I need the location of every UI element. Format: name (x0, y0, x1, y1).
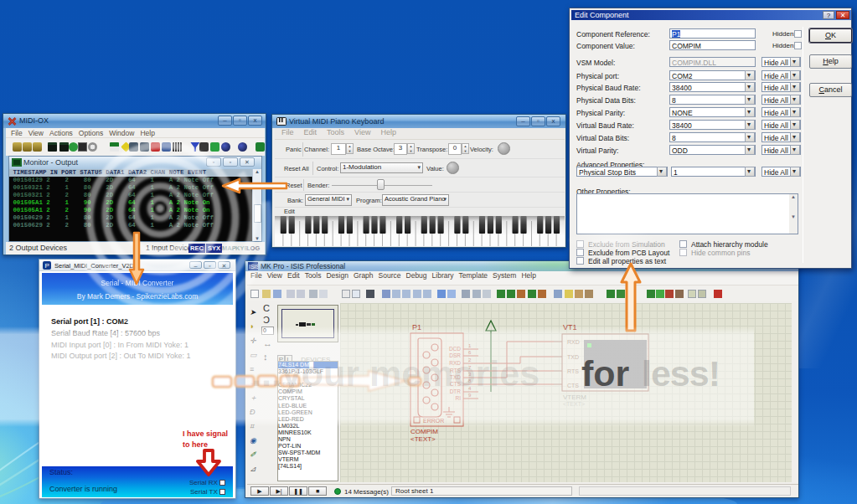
svg-text:CTS: CTS (567, 383, 579, 388)
svg-text:COMPIM: COMPIM (410, 428, 438, 435)
svg-text:TXD: TXD (567, 354, 579, 360)
svg-text:8: 8 (468, 378, 472, 383)
svg-text:2: 2 (468, 357, 472, 363)
svg-text:DCD: DCD (449, 346, 461, 352)
svg-text:3: 3 (468, 372, 472, 377)
svg-text:DTR: DTR (450, 388, 462, 394)
svg-text:VTERM: VTERM (563, 393, 586, 401)
svg-text:ERROR: ERROR (423, 418, 444, 424)
svg-text:DSR: DSR (449, 352, 461, 358)
svg-text:<TEXT>: <TEXT> (410, 435, 436, 443)
svg-text:ISIS: ISIS (249, 264, 258, 270)
svg-text:7: 7 (468, 365, 472, 370)
svg-text:P1: P1 (412, 323, 421, 332)
svg-text:TXD: TXD (450, 374, 461, 380)
svg-text:RTS: RTS (450, 368, 462, 373)
svg-text:CTS: CTS (450, 381, 462, 387)
svg-text:RTS: RTS (567, 368, 579, 374)
svg-text:<TEXT>: <TEXT> (563, 401, 585, 407)
svg-text:RXD: RXD (449, 360, 461, 366)
svg-text:6: 6 (468, 350, 472, 355)
svg-text:1: 1 (468, 343, 472, 348)
svg-text:VT1: VT1 (563, 323, 577, 332)
svg-text:RXD: RXD (567, 339, 580, 345)
svg-text:4: 4 (468, 386, 472, 391)
svg-text:9: 9 (468, 393, 472, 398)
svg-text:RI: RI (456, 395, 462, 401)
svg-text:P: P (45, 262, 49, 270)
